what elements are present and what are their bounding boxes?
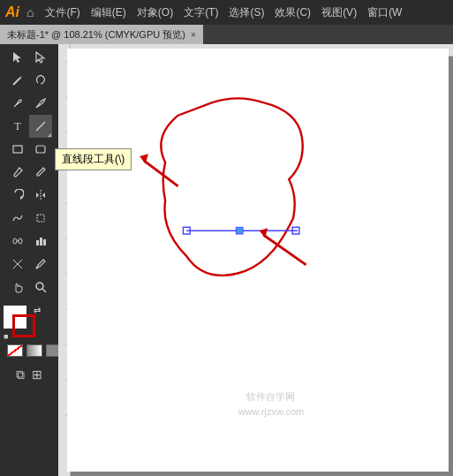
reflect-tool[interactable]	[29, 184, 52, 207]
direct-selection-tool[interactable]	[29, 46, 52, 69]
menu-edit[interactable]: 编辑(E)	[87, 4, 131, 22]
svg-point-19	[36, 267, 39, 269]
svg-line-2	[13, 78, 20, 85]
svg-marker-0	[13, 52, 21, 63]
rectangle-tool[interactable]	[6, 138, 29, 161]
svg-rect-67	[236, 227, 243, 234]
column-graph-tool[interactable]	[29, 230, 52, 253]
menu-window[interactable]: 窗口(W	[363, 4, 406, 22]
paintbrush-tool[interactable]	[6, 161, 29, 184]
svg-rect-6	[13, 146, 22, 153]
tool-row-4: T	[0, 115, 58, 138]
eyedropper-tool[interactable]	[29, 253, 52, 276]
svg-line-5	[36, 122, 45, 131]
tool-row-7	[0, 184, 58, 207]
lasso-tool[interactable]	[29, 69, 52, 92]
svg-line-68	[144, 161, 178, 186]
color-panel: ⇄ ■	[0, 304, 58, 360]
selection-tool[interactable]	[6, 46, 29, 69]
tool-row-2	[0, 69, 58, 92]
zoom-tool[interactable]	[29, 276, 52, 298]
svg-marker-3	[20, 76, 22, 79]
tool-row-10	[0, 253, 58, 276]
watermark: 软件自学网 www.rjzxw.com	[238, 389, 305, 419]
svg-point-14	[19, 238, 22, 244]
svg-line-21	[42, 289, 46, 292]
menu-select[interactable]: 选择(S)	[224, 4, 268, 22]
stroke-color-box[interactable]	[12, 314, 35, 337]
hand-tool[interactable]	[6, 276, 29, 298]
svg-marker-11	[42, 193, 45, 198]
svg-rect-12	[37, 215, 44, 222]
svg-rect-18	[43, 239, 46, 246]
document-tab[interactable]: 未标题-1* @ 108.21% (CMYK/GPU 预览) ×	[0, 25, 203, 44]
svg-rect-65	[183, 227, 190, 234]
watermark-line1: 软件自学网	[238, 389, 305, 404]
artboard-icon[interactable]: ⊞	[30, 366, 44, 384]
svg-marker-71	[259, 228, 268, 238]
title-bar: Ai ⌂ 文件(F) 编辑(E) 对象(O) 文字(T) 选择(S) 效果(C)…	[0, 0, 453, 25]
slice-tool[interactable]	[6, 253, 29, 276]
app-logo: Ai	[5, 4, 19, 20]
gradient-button[interactable]	[26, 344, 42, 357]
svg-rect-16	[36, 240, 39, 246]
tab-close-button[interactable]: ×	[191, 30, 196, 40]
svg-line-70	[263, 235, 306, 265]
svg-marker-1	[36, 52, 44, 63]
svg-point-13	[13, 238, 17, 244]
magic-wand-tool[interactable]	[6, 69, 29, 92]
menu-view[interactable]: 视图(V)	[317, 4, 361, 22]
pen-tool[interactable]	[6, 92, 29, 115]
stroke-fill-area: ⇄ ■	[4, 306, 42, 341]
color-mode-row	[4, 343, 65, 359]
tool-row-9	[0, 230, 58, 253]
tool-row-1	[0, 46, 58, 69]
menu-effect[interactable]: 效果(C)	[270, 4, 315, 22]
tool-row-11	[0, 276, 58, 298]
artboard: 软件自学网 www.rjzxw.com	[67, 49, 449, 472]
watermark-line2: www.rjzxw.com	[238, 404, 305, 419]
home-icon[interactable]: ⌂	[26, 5, 34, 19]
blend-tool[interactable]	[6, 230, 29, 253]
svg-point-4	[16, 103, 18, 105]
tool-row-8	[0, 207, 58, 230]
pen-tool-2[interactable]	[29, 92, 52, 115]
line-segment-tool[interactable]	[29, 115, 52, 138]
warp-tool[interactable]	[6, 207, 29, 230]
svg-marker-69	[140, 154, 148, 164]
menu-bar: 文件(F) 编辑(E) 对象(O) 文字(T) 选择(S) 效果(C) 视图(V…	[41, 4, 406, 22]
none-color-button[interactable]	[7, 344, 23, 357]
main-area: T	[0, 44, 453, 476]
svg-rect-66	[292, 227, 299, 234]
canvas-area[interactable]: 软件自学网 www.rjzxw.com	[58, 44, 453, 476]
rotate-tool[interactable]	[6, 184, 29, 207]
tab-title: 未标题-1* @ 108.21% (CMYK/GPU 预览)	[7, 28, 185, 42]
tab-bar: 未标题-1* @ 108.21% (CMYK/GPU 预览) ×	[0, 25, 453, 44]
svg-rect-7	[36, 146, 45, 153]
pencil-tool[interactable]	[29, 161, 52, 184]
tool-row-5	[0, 138, 58, 161]
menu-type[interactable]: 文字(T)	[179, 4, 223, 22]
rounded-rect-tool[interactable]	[29, 138, 52, 161]
free-transform-tool[interactable]	[29, 207, 52, 230]
arrow-to-line	[259, 228, 306, 265]
arrow-to-toolbar	[140, 154, 177, 186]
svg-point-20	[36, 283, 43, 290]
arrange-icon[interactable]: ⧉	[14, 366, 26, 384]
default-colors-icon[interactable]: ■	[4, 332, 8, 341]
toolbar: T	[0, 44, 58, 476]
type-tool[interactable]: T	[6, 115, 29, 138]
svg-marker-10	[36, 193, 39, 198]
tool-row-6	[0, 161, 58, 184]
menu-file[interactable]: 文件(F)	[41, 4, 84, 22]
menu-object[interactable]: 对象(O)	[132, 4, 177, 22]
drawing-canvas[interactable]	[67, 49, 449, 472]
svg-rect-17	[40, 238, 42, 246]
tool-row-3	[0, 92, 58, 115]
